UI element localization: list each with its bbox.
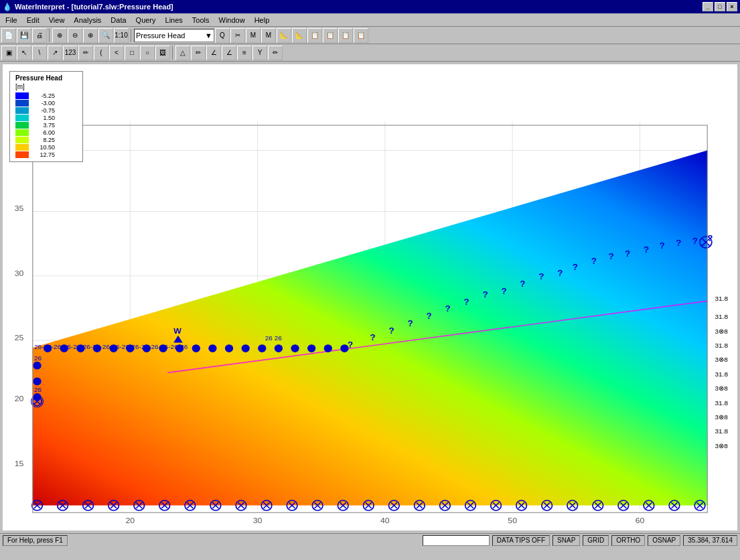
legend-row-6: 6.00 (15, 129, 77, 136)
circle-button[interactable]: ○ (140, 46, 155, 60)
svg-point-68 (341, 345, 348, 352)
tool-btn2[interactable]: ✂ (230, 28, 245, 43)
print-button[interactable]: 🖨 (32, 28, 47, 43)
legend-row-3: -0.75 (15, 107, 77, 114)
snap-status[interactable]: SNAP (552, 535, 580, 546)
tool-btn10[interactable]: 📋 (354, 28, 368, 43)
line-button[interactable]: \ (32, 46, 47, 60)
svg-text:?: ? (625, 249, 630, 259)
tri-button[interactable]: △ (175, 46, 190, 60)
legend-unit: [m] (15, 83, 77, 90)
menu-item-window[interactable]: Window (215, 15, 249, 25)
image-button[interactable]: 🖼 (155, 46, 170, 60)
svg-text:50: 50 (508, 516, 517, 526)
status-input[interactable] (423, 535, 490, 546)
title-buttons: _ □ × (702, 2, 737, 11)
tool-btn1[interactable]: Q (215, 28, 230, 43)
svg-text:?: ? (573, 263, 578, 273)
coords-display: 35.384, 37.614 (683, 535, 737, 546)
sep3 (172, 46, 173, 60)
menu-item-file[interactable]: File (1, 15, 21, 25)
tool-btn4[interactable]: M (261, 28, 276, 43)
rect-button[interactable]: □ (125, 46, 139, 60)
tool-btn9[interactable]: 📋 (338, 28, 353, 43)
yaxis-button[interactable]: Y (252, 46, 267, 60)
menu-item-help[interactable]: Help (250, 15, 274, 25)
new-button[interactable]: 📄 (1, 28, 16, 43)
legend-color-8 (15, 144, 29, 151)
svg-text:31.8: 31.8 (715, 313, 728, 320)
canvas-area[interactable]: 15 20 25 30 35 40 20 30 40 50 60 (3, 64, 737, 531)
maximize-button[interactable]: □ (715, 2, 725, 11)
zoom-in-button[interactable]: ⊕ (52, 28, 67, 43)
legend-row-9: 12.75 (15, 151, 77, 158)
legend-color-9 (15, 151, 29, 158)
edit-button[interactable]: ✏ (191, 46, 206, 60)
ortho-status[interactable]: ORTHO (611, 535, 645, 546)
svg-text:?: ? (482, 289, 488, 299)
draw-button[interactable]: ✏ (268, 46, 283, 60)
svg-text:?: ? (501, 286, 506, 296)
dropdown-label: Pressure Head (136, 31, 185, 40)
svg-text:?: ? (557, 268, 563, 278)
svg-point-60 (209, 345, 216, 352)
legend-box: Pressure Head [m] -5.25 -3.00 -0.75 1.50 (9, 71, 83, 162)
legend-row-7: 8.25 (15, 137, 77, 143)
select-button[interactable]: ▣ (1, 46, 16, 60)
tool-btn3[interactable]: M (246, 28, 261, 43)
legend-value-1: -5.25 (31, 92, 55, 99)
arc-button[interactable]: ( (94, 46, 108, 60)
main-area: 15 20 25 30 35 40 20 30 40 50 60 (0, 62, 740, 533)
legend-title: Pressure Head (15, 74, 77, 82)
svg-text:40: 40 (380, 516, 390, 526)
zoom-fit-button[interactable]: ⊕ (83, 28, 98, 43)
menu-item-tools[interactable]: Tools (188, 15, 214, 25)
layer-dropdown[interactable]: Pressure Head ▼ (134, 29, 214, 42)
grid-status[interactable]: GRID (583, 535, 609, 546)
svg-text:?: ? (445, 304, 450, 314)
save-button[interactable]: 💾 (17, 28, 31, 43)
polyline-button[interactable]: ↗ (48, 46, 62, 60)
pen-button[interactable]: ✏ (78, 46, 93, 60)
tool-btn5[interactable]: 📐 (277, 28, 291, 43)
legend-color-2 (15, 100, 29, 107)
svg-text:?: ? (538, 272, 544, 282)
legend-value-6: 6.00 (31, 129, 55, 136)
menu-item-view[interactable]: View (45, 15, 69, 25)
toolbar2: ▣ ↖ \ ↗ 123 ✏ ( < □ ○ 🖼 △ ✏ ∠ ∠ ≡ Y ✏ (0, 44, 740, 62)
menu-item-analysis[interactable]: Analysis (70, 15, 105, 25)
toolbar1: 📄 💾 🖨 ⊕ ⊖ ⊕ 🔍 1:10 Pressure Head ▼ Q ✂ M… (0, 27, 740, 44)
svg-point-54 (110, 345, 117, 352)
angle-button1[interactable]: ∠ (206, 46, 221, 60)
zoom-select-button[interactable]: 🔍 (98, 28, 113, 43)
legend-value-8: 10.50 (31, 144, 55, 151)
svg-text:?: ? (463, 297, 469, 307)
label-button[interactable]: 123 (63, 46, 78, 60)
zoom-out-button[interactable]: ⊖ (68, 28, 82, 43)
app-title: WaterInterpret - [tutorial7.slw:Pressure… (15, 3, 173, 11)
svg-text:3⊗8: 3⊗8 (715, 442, 728, 449)
polygon-button[interactable]: < (109, 46, 124, 60)
svg-text:30: 30 (15, 269, 24, 278)
axis-button[interactable]: ≡ (237, 46, 252, 60)
svg-point-64 (275, 345, 282, 352)
angle-button2[interactable]: ∠ (222, 46, 236, 60)
tool-btn8[interactable]: 📋 (323, 28, 338, 43)
tool-btn7[interactable]: 📋 (307, 28, 322, 43)
osnap-status[interactable]: OSNAP (648, 535, 680, 546)
svg-text:31.8: 31.8 (715, 428, 728, 435)
close-button[interactable]: × (727, 2, 737, 11)
menu-item-data[interactable]: Data (106, 15, 130, 25)
tool-btn6[interactable]: 📐 (292, 28, 307, 43)
legend-row-4: 1.50 (15, 115, 77, 121)
menu-item-query[interactable]: Query (132, 15, 160, 25)
svg-text:31.8: 31.8 (715, 399, 728, 407)
menu-item-edit[interactable]: Edit (23, 15, 44, 25)
svg-point-58 (176, 345, 183, 352)
svg-point-65 (291, 345, 299, 352)
minimize-button[interactable]: _ (702, 2, 713, 11)
menu-item-lines[interactable]: Lines (161, 15, 187, 25)
pointer-button[interactable]: ↖ (17, 46, 31, 60)
zoom-scale-button[interactable]: 1:10 (114, 28, 129, 43)
legend-color-3 (15, 107, 29, 114)
